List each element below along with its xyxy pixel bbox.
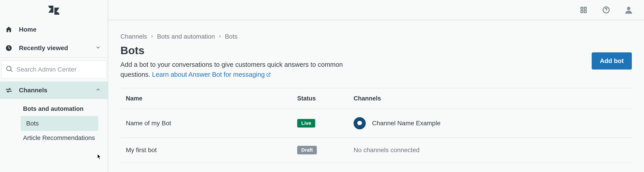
apps-icon[interactable] <box>579 6 588 15</box>
home-icon <box>5 26 13 33</box>
chevron-up-icon <box>95 87 101 94</box>
bots-table: Name Status Channels Name of my Bot Live… <box>120 88 632 163</box>
cursor-icon <box>98 154 102 160</box>
breadcrumb-bots[interactable]: Bots <box>225 33 238 40</box>
nav-home[interactable]: Home <box>0 20 108 39</box>
zendesk-logo[interactable] <box>0 0 108 20</box>
breadcrumb-bots-automation[interactable]: Bots and automation <box>157 33 215 40</box>
status-badge: Live <box>297 119 315 127</box>
search-admin-center[interactable] <box>1 61 106 78</box>
svg-rect-4 <box>584 11 586 13</box>
table-row[interactable]: My first bot Draft No channels connected <box>120 138 632 163</box>
breadcrumb: Channels Bots and automation Bots <box>120 33 632 40</box>
svg-rect-3 <box>581 11 583 13</box>
help-icon[interactable] <box>602 6 611 15</box>
chevron-down-icon <box>95 45 101 52</box>
channel-name: Channel Name Example <box>372 120 440 127</box>
no-channels-text: No channels connected <box>354 146 420 154</box>
nav-group-bots-automation[interactable]: Bots and automation <box>0 103 108 115</box>
external-link-icon <box>266 70 271 80</box>
nav-recently-viewed-label: Recently viewed <box>19 45 68 52</box>
col-status: Status <box>297 95 354 102</box>
nav-home-label: Home <box>19 26 36 33</box>
channels-icon <box>5 86 13 94</box>
svg-rect-2 <box>584 7 586 9</box>
table-row[interactable]: Name of my Bot Live Channel Name Example <box>120 109 632 138</box>
learn-link-text: Learn about Answer Bot for messaging <box>152 71 265 78</box>
clock-icon <box>5 44 13 52</box>
page-description: Add a bot to your conversations to give … <box>120 60 357 80</box>
table-header: Name Status Channels <box>120 88 632 109</box>
bot-name: Name of my Bot <box>126 120 297 127</box>
chevron-right-icon <box>218 33 222 40</box>
nav-section-channels-label: Channels <box>19 87 47 94</box>
status-badge: Draft <box>297 146 317 154</box>
svg-point-7 <box>627 7 630 10</box>
nav-item-article-recommendations[interactable]: Article Recommendations <box>0 132 108 144</box>
search-icon <box>6 65 16 74</box>
search-input[interactable] <box>16 66 102 73</box>
main: Channels Bots and automation Bots Bots A… <box>108 0 644 172</box>
svg-rect-1 <box>581 7 583 9</box>
nav-item-bots[interactable]: Bots <box>21 116 98 131</box>
profile-icon[interactable] <box>624 6 633 15</box>
add-bot-button[interactable]: Add bot <box>592 52 632 70</box>
sidebar: Home Recently viewed <box>0 0 108 172</box>
channel-icon <box>354 117 366 129</box>
svg-point-6 <box>606 12 606 12</box>
topbar <box>108 0 644 20</box>
breadcrumb-channels[interactable]: Channels <box>120 33 147 40</box>
learn-link[interactable]: Learn about Answer Bot for messaging <box>152 71 271 78</box>
chevron-right-icon <box>150 33 154 40</box>
page-title: Bots <box>120 44 583 57</box>
nav-section-channels[interactable]: Channels <box>0 81 108 99</box>
col-name: Name <box>126 95 297 102</box>
bot-name: My first bot <box>126 146 297 154</box>
nav-recently-viewed[interactable]: Recently viewed <box>0 39 108 57</box>
col-channels: Channels <box>354 95 626 102</box>
